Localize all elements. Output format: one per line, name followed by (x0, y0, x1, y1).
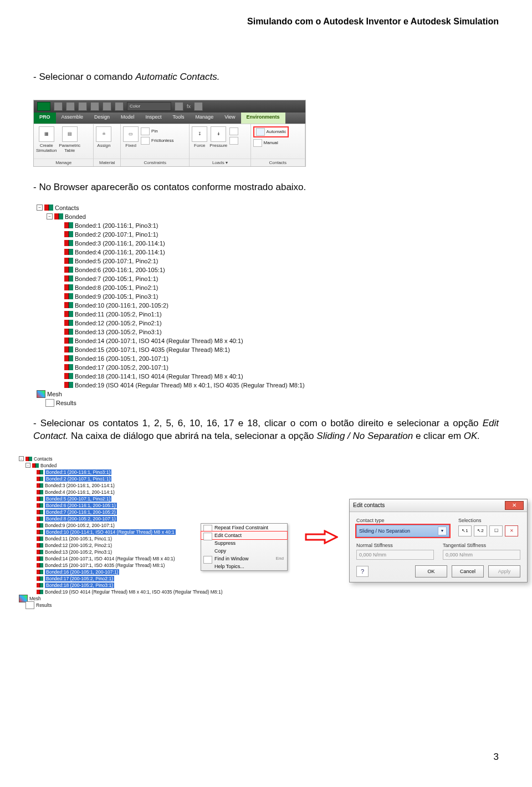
tree-item[interactable]: Bonded:4 (200-116:1, 200-114:1) (33, 248, 499, 257)
ribbon-tab-environments[interactable]: Environments (241, 113, 285, 124)
cancel-button[interactable]: Cancel (452, 565, 484, 578)
dialog-titlebar[interactable]: Edit contacts ✕ (350, 499, 527, 512)
qat-icon[interactable] (54, 102, 63, 111)
context-menu-item[interactable]: Copy (201, 547, 287, 555)
mesh-icon (37, 390, 45, 398)
tree-results[interactable]: Results (17, 602, 244, 609)
parametric-table-button[interactable]: ▤ Parametric Table (59, 126, 80, 153)
qat-icon[interactable] (175, 102, 183, 111)
tree-bonded[interactable]: − Bonded (33, 212, 499, 221)
tree-item[interactable]: Bonded:16 (200-105:1, 200-107:1) (33, 354, 499, 363)
normal-stiffness-input[interactable] (356, 550, 434, 560)
tree-item[interactable]: Bonded:7 (200-116:1, 200-105:2) (17, 509, 244, 515)
tree-mesh[interactable]: Mesh (17, 595, 244, 602)
tree-item[interactable]: Bonded:8 (200-105:2, 200-107:1) (17, 515, 244, 522)
load-extra-button[interactable] (229, 137, 238, 145)
tree-item[interactable]: Bonded:2 (200-107:1, Pino1:1) (17, 476, 244, 482)
ribbon-tab-pro[interactable]: PRO (34, 113, 56, 124)
tree-item[interactable]: Bonded:6 (200-116:1, 200-105:1) (33, 265, 499, 274)
tree-item[interactable]: Bonded:8 (200-105:1, Pino2:1) (33, 283, 499, 292)
bonded-icon (64, 293, 73, 299)
tree-item[interactable]: Bonded:18 (200-105:2, Pino3:1) (17, 582, 244, 589)
expand-icon[interactable]: − (25, 463, 30, 468)
tree-mesh[interactable]: Mesh (33, 390, 499, 398)
qat-icon[interactable] (90, 102, 99, 111)
expand-icon[interactable]: − (19, 456, 24, 461)
tree-item[interactable]: Bonded:13 (200-105:2, Pino3:1) (33, 328, 499, 336)
context-menu-item[interactable]: Help Topics... (201, 563, 287, 570)
create-simulation-button[interactable]: ▦ Create Simulation (36, 126, 57, 153)
ribbon-tab[interactable]: Assemble (56, 113, 89, 124)
pin-button[interactable]: Pin (141, 127, 173, 135)
tangential-stiffness-input[interactable] (443, 550, 520, 560)
selection-1-button[interactable]: ↖1 (458, 525, 472, 536)
tree-item[interactable]: Bonded:19 (ISO 4014 (Regular Thread) M8 … (17, 589, 244, 595)
tree-item[interactable]: Bonded:11 (200-105:2, Pino1:1) (33, 310, 499, 319)
context-menu-item[interactable]: Suppress (201, 539, 287, 547)
manual-contacts-button[interactable]: Manual (253, 139, 278, 147)
tree-item[interactable]: Bonded:9 (200-105:1, Pino3:1) (33, 292, 499, 301)
automatic-contacts-button[interactable]: Automatic (253, 126, 289, 137)
tree-item[interactable]: Bonded:5 (200-107:1, Pino2:1) (17, 495, 244, 502)
tree-item[interactable]: Bonded:4 (200-116:1, 200-114:1) (17, 489, 244, 495)
ribbon-tab[interactable]: Design (89, 113, 115, 124)
assign-button[interactable]: ⚛ Assign (96, 126, 111, 148)
ok-button[interactable]: OK (415, 565, 447, 578)
tree-item[interactable]: Bonded:18 (200-114:1, ISO 4014 (Regular … (33, 372, 499, 381)
ribbon-tab[interactable]: Manage (190, 113, 219, 124)
pressure-button[interactable]: ↡ Pressure (209, 126, 227, 148)
qat-icon[interactable] (115, 102, 124, 111)
tree-item[interactable]: Bonded:1 (200-116:1, Pino3:1) (33, 221, 499, 230)
qat-icon[interactable] (78, 102, 87, 111)
qat-icon[interactable] (66, 102, 75, 111)
tree-results[interactable]: Results (33, 398, 499, 407)
tree-item[interactable]: Bonded:3 (200-116:1, 200-114:1) (17, 482, 244, 489)
ribbon-group-material: ⚛ Assign Material (94, 124, 121, 166)
frictionless-button[interactable]: Frictionless (141, 137, 173, 145)
qat-icon[interactable] (103, 102, 111, 111)
ribbon-tab[interactable]: Model (115, 113, 140, 124)
tree-item[interactable]: Bonded:5 (200-107:1, Pino2:1) (33, 257, 499, 265)
assign-icon: ⚛ (96, 126, 111, 142)
tree-item[interactable]: Bonded:1 (200-116:1, Pino3:1) (17, 469, 244, 476)
tree-item[interactable]: Bonded:12 (200-105:2, Pino2:1) (33, 319, 499, 328)
tree-item[interactable]: Bonded:7 (200-105:1, Pino1:1) (33, 274, 499, 283)
tree-item-label: Bonded:8 (200-105:1, Pino2:1) (75, 284, 158, 291)
tree-item[interactable]: Bonded:14 (200-107:1, ISO 4014 (Regular … (33, 336, 499, 345)
fixed-button[interactable]: ▭ Fixed (123, 126, 139, 148)
tree-item-label: Bonded:12 (200-105:2, Pino2:1) (45, 543, 112, 548)
tree-item[interactable]: Bonded:17 (200-105:2, Pino2:1) (17, 575, 244, 582)
close-button[interactable]: ✕ (505, 501, 524, 510)
tree-item[interactable]: Bonded:6 (200-116:1, 200-105:1) (17, 502, 244, 509)
expand-icon[interactable]: − (37, 205, 43, 211)
selection-swap-button[interactable]: ☐ (489, 525, 503, 536)
paragraph-2: - No Browser aparecerão os contatos conf… (33, 181, 499, 194)
bonded-icon (37, 470, 43, 474)
tree-bonded[interactable]: − Bonded (17, 462, 244, 469)
tree-item[interactable]: Bonded:17 (200-105:2, 200-107:1) (33, 363, 499, 372)
force-button[interactable]: ↧ Force (192, 126, 207, 148)
qat-icon[interactable] (194, 102, 203, 111)
tree-label: Mesh (29, 596, 41, 601)
ribbon-tab[interactable]: Inspect (140, 113, 167, 124)
color-dropdown[interactable]: Color (127, 102, 171, 111)
tree-root[interactable]: − Contacts (17, 456, 244, 462)
help-button[interactable]: ? (356, 566, 369, 577)
selection-delete-button[interactable]: ✕ (505, 525, 518, 536)
tree-item[interactable]: Bonded:10 (200-116:1, 200-105:2) (33, 301, 499, 310)
tree-item[interactable]: Bonded:19 (ISO 4014 (Regular Thread) M8 … (33, 381, 499, 390)
apply-button[interactable]: Apply (488, 565, 520, 578)
load-extra-button[interactable] (229, 127, 238, 135)
context-menu-item[interactable]: Find in WindowEnd (201, 555, 287, 563)
context-menu-item[interactable]: Edit Contact (201, 532, 287, 539)
context-menu-item[interactable]: Repeat Fixed Constraint (201, 524, 287, 532)
ribbon-tab[interactable]: View (219, 113, 241, 124)
expand-icon[interactable]: − (47, 213, 53, 219)
selection-2-button[interactable]: ↖2 (474, 525, 487, 536)
tree-item[interactable]: Bonded:3 (200-116:1, 200-114:1) (33, 239, 499, 248)
contact-type-combo[interactable]: Sliding / No Separation ▾ (356, 525, 449, 537)
tree-root[interactable]: − Contacts (33, 203, 499, 212)
tree-item[interactable]: Bonded:2 (200-107:1, Pino1:1) (33, 230, 499, 239)
ribbon-tab[interactable]: Tools (167, 113, 190, 124)
tree-item[interactable]: Bonded:15 (200-107:1, ISO 4035 (Regular … (33, 345, 499, 354)
